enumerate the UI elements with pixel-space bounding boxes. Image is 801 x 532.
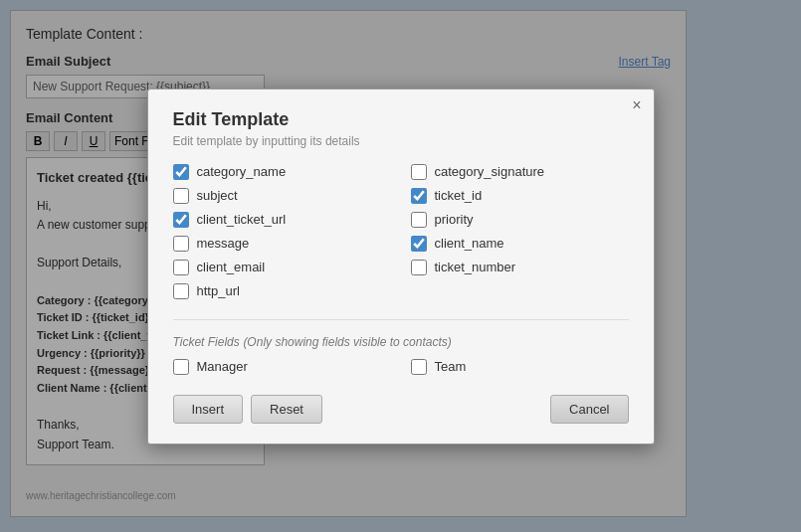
cancel-button[interactable]: Cancel	[550, 395, 628, 424]
checkbox-http-url[interactable]	[173, 283, 189, 299]
ticket-fields-note: (Only showing fields visible to contacts…	[243, 335, 451, 349]
insert-button[interactable]: Insert	[173, 395, 244, 424]
field-client-name[interactable]: client_name	[411, 236, 629, 252]
label-client-name: client_name	[435, 236, 504, 251]
field-ticket-id[interactable]: ticket_id	[411, 188, 629, 204]
label-ticket-id: ticket_id	[435, 188, 483, 203]
label-message: message	[197, 236, 250, 251]
modal-subtitle: Edit template by inputting its details	[173, 134, 629, 148]
checkbox-client-email[interactable]	[173, 260, 189, 275]
label-http-url: http_url	[197, 283, 240, 298]
checkbox-manager[interactable]	[173, 359, 189, 375]
field-http-url[interactable]: http_url	[173, 283, 391, 299]
checkbox-category-name[interactable]	[173, 164, 189, 180]
checkbox-ticket-id[interactable]	[411, 188, 427, 204]
section-divider	[173, 319, 629, 320]
modal-title: Edit Template	[173, 109, 629, 130]
field-client-email[interactable]: client_email	[173, 260, 391, 275]
close-icon[interactable]: ×	[632, 97, 641, 113]
field-ticket-number[interactable]: ticket_number	[411, 260, 629, 275]
field-team[interactable]: Team	[411, 359, 629, 375]
modal-overlay: × Edit Template Edit template by inputti…	[0, 0, 801, 532]
checkbox-priority[interactable]	[411, 212, 427, 228]
reset-button[interactable]: Reset	[251, 395, 322, 424]
label-manager: Manager	[197, 359, 248, 374]
checkbox-subject[interactable]	[173, 188, 189, 204]
checkbox-ticket-number[interactable]	[411, 260, 427, 275]
label-client-email: client_email	[197, 260, 266, 274]
label-team: Team	[435, 359, 467, 374]
label-subject: subject	[197, 188, 238, 203]
footer-left-buttons: Insert Reset	[173, 395, 322, 424]
checkbox-client-name[interactable]	[411, 236, 427, 252]
label-client-ticket-url: client_ticket_url	[197, 212, 287, 227]
checkbox-team[interactable]	[411, 359, 427, 375]
field-subject[interactable]: subject	[173, 188, 391, 204]
checkbox-category-signature[interactable]	[411, 164, 427, 180]
edit-template-modal: × Edit Template Edit template by inputti…	[147, 89, 655, 444]
fields-grid: category_name category_signature subject…	[173, 164, 629, 299]
field-client-ticket-url[interactable]: client_ticket_url	[173, 212, 391, 228]
field-category-signature[interactable]: category_signature	[411, 164, 629, 180]
checkbox-client-ticket-url[interactable]	[173, 212, 189, 228]
label-ticket-number: ticket_number	[435, 260, 516, 274]
field-category-name[interactable]: category_name	[173, 164, 391, 180]
field-priority[interactable]: priority	[411, 212, 629, 228]
field-message[interactable]: message	[173, 236, 391, 252]
field-manager[interactable]: Manager	[173, 359, 391, 375]
ticket-fields-header: Ticket Fields (Only showing fields visib…	[173, 334, 629, 349]
label-priority: priority	[435, 212, 474, 227]
label-category-name: category_name	[197, 164, 287, 179]
label-category-signature: category_signature	[435, 164, 545, 179]
checkbox-message[interactable]	[173, 236, 189, 252]
modal-footer: Insert Reset Cancel	[173, 395, 629, 424]
ticket-fields-grid: Manager Team	[173, 359, 629, 375]
